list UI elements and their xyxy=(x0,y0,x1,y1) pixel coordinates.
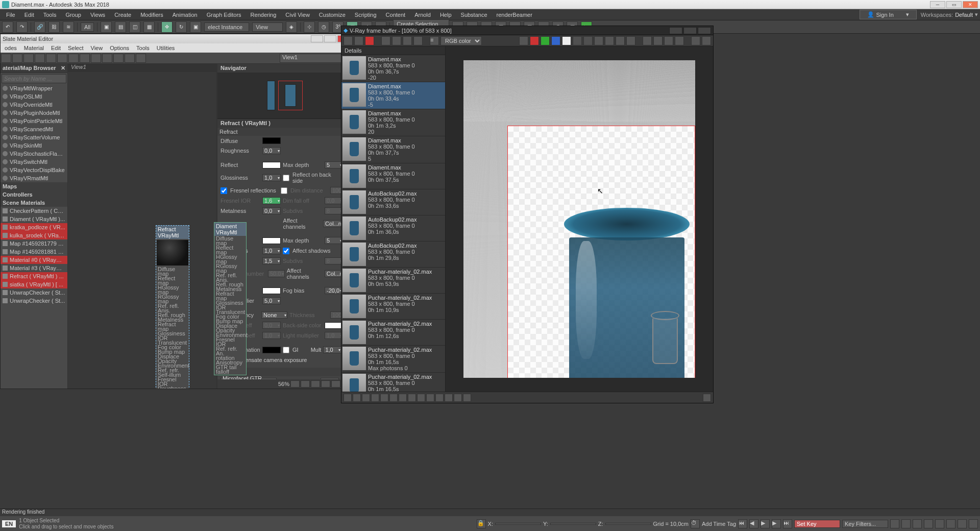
slate-tool-5[interactable] xyxy=(46,54,56,63)
controllers-category[interactable]: Controllers xyxy=(1,190,67,199)
redo-button[interactable]: ↷ xyxy=(16,21,28,33)
scene-material-item[interactable]: Map #1459281881 ( ... xyxy=(1,248,67,256)
vfb-sb-4[interactable] xyxy=(371,394,379,402)
backside-check[interactable] xyxy=(283,175,289,181)
history-item[interactable]: Puchar-materialy_02.max583 x 800, frame … xyxy=(341,373,445,392)
menu-modifiers[interactable]: Modifiers xyxy=(136,11,167,19)
language-indicator[interactable]: EN xyxy=(2,520,16,527)
roughness-spinner[interactable]: 0,0 xyxy=(262,147,281,154)
history-item[interactable]: Diament.max583 x 800, frame 00h 1m 3,2s2… xyxy=(341,109,445,136)
menu-animation[interactable]: Animation xyxy=(168,11,202,19)
history-item[interactable]: Diament.max583 x 800, frame 00h 0m 37,7s… xyxy=(341,136,445,163)
coord-system[interactable]: View xyxy=(252,22,283,32)
node-slot[interactable]: GTR tail falloff xyxy=(216,365,244,374)
rollout-refract[interactable]: Refract xyxy=(217,128,352,136)
undo-button[interactable]: ↶ xyxy=(2,21,13,33)
refract-gloss-spinner[interactable]: 1,0 xyxy=(262,247,281,254)
material-item[interactable]: VRayVectorDisplBake xyxy=(1,166,67,174)
zoom-tool-4[interactable] xyxy=(321,380,330,388)
vfb-stop[interactable] xyxy=(691,36,700,45)
vfb-blue-channel[interactable] xyxy=(551,36,560,45)
minimize-button[interactable]: ─ xyxy=(930,1,945,8)
vfb-sb-5[interactable] xyxy=(380,394,388,402)
slate-tool-1[interactable] xyxy=(1,54,11,63)
vfb-menu-icon[interactable]: ≡ xyxy=(430,36,439,45)
scene-material-item[interactable]: Refract ( VRayMtl ) ... xyxy=(1,272,67,280)
menu-customize[interactable]: Customize xyxy=(315,11,350,19)
play-back-icon[interactable]: ⏮ xyxy=(738,519,747,528)
backcolor-swatch[interactable] xyxy=(325,322,343,329)
key-filters-button[interactable]: Key Filters... xyxy=(842,520,888,528)
vfb-track-icon[interactable] xyxy=(413,36,423,45)
selection-filter[interactable]: All xyxy=(81,22,94,32)
vfb-t10[interactable] xyxy=(616,36,625,45)
vfb-t13[interactable] xyxy=(653,36,663,45)
node-refract[interactable]: RefractVRayMtl Diffuse mapReflect mapHGl… xyxy=(156,225,189,389)
brdf-drop[interactable]: Microfacet GTR (GGX) xyxy=(220,378,277,379)
vfb-region-icon[interactable] xyxy=(403,36,412,45)
menu-substance[interactable]: Substance xyxy=(457,11,492,19)
vfb-sb-13[interactable] xyxy=(454,394,462,402)
nav-tool-6[interactable] xyxy=(946,519,955,528)
lightmult-spinner[interactable]: 1,0 xyxy=(325,332,343,339)
history-item[interactable]: Puchar-materialy_02.max583 x 800, frame … xyxy=(341,320,445,346)
nav-tool-4[interactable] xyxy=(924,519,933,528)
vfb-t11[interactable] xyxy=(626,36,635,45)
slate-tool-11[interactable] xyxy=(113,54,124,63)
material-item[interactable]: VRayScatterVolume xyxy=(1,133,67,141)
node-canvas[interactable]: View1 RefractVRayMtl Diffuse mapReflect … xyxy=(68,64,217,389)
slate-view-tab[interactable]: View1 xyxy=(280,54,351,63)
menu-arnold[interactable]: Arnold xyxy=(410,11,435,19)
vfb-channel-select[interactable]: RGB color xyxy=(440,36,482,45)
affect-shadows-check[interactable] xyxy=(283,248,289,254)
vfb-compare-icon[interactable] xyxy=(392,36,401,45)
fwdbck-spinner[interactable]: 1,0 xyxy=(262,332,281,339)
slate-tool-8[interactable] xyxy=(80,54,90,63)
window-crossing-button[interactable]: ▦ xyxy=(143,21,155,33)
vfb-maximize[interactable] xyxy=(683,27,697,34)
vfb-copy-icon[interactable] xyxy=(381,36,390,45)
history-item[interactable]: AutoBackup02.max583 x 800, frame 00h 1m … xyxy=(341,215,445,242)
abbe-spinner[interactable]: 50,0 xyxy=(268,270,285,277)
gi-check[interactable] xyxy=(283,347,289,353)
menu-tools[interactable]: Tools xyxy=(39,11,61,19)
play-next-icon[interactable]: ▶ xyxy=(772,519,781,528)
browser-search-input[interactable] xyxy=(2,74,66,83)
scene-material-item[interactable]: Material #3 ( VRayMt... xyxy=(1,264,67,272)
vfb-green-channel[interactable] xyxy=(541,36,550,45)
unlink-button[interactable]: ⛓ xyxy=(48,21,60,33)
diffuse-swatch[interactable] xyxy=(262,137,281,144)
select-name-button[interactable]: ▤ xyxy=(115,21,126,33)
select-region-button[interactable]: ◫ xyxy=(129,21,140,33)
material-item[interactable]: VRayPluginNodeMtl xyxy=(1,109,67,117)
navigator-preview[interactable] xyxy=(217,73,352,118)
scene-material-item[interactable]: Material #0 ( VRayM... xyxy=(1,256,67,264)
menu-rendering[interactable]: Rendering xyxy=(247,11,281,19)
vfb-sb-2[interactable] xyxy=(353,394,361,402)
history-item[interactable]: Puchar-materialy_02.max583 x 800, frame … xyxy=(341,294,445,320)
refract-subdivs-spinner[interactable]: 8 xyxy=(325,257,343,264)
slate-tool-9[interactable] xyxy=(91,54,101,63)
move-button[interactable]: ✥ xyxy=(161,21,173,33)
snap-button[interactable]: ⊹ xyxy=(304,21,315,33)
vfb-red-channel[interactable] xyxy=(530,36,539,45)
scene-material-item[interactable]: Map #1459281779 ( ... xyxy=(1,239,67,248)
material-item[interactable]: VRayOSLMtl xyxy=(1,92,67,101)
vfb-sb-10[interactable] xyxy=(426,394,434,402)
vfb-sb-14[interactable] xyxy=(463,394,471,402)
material-item[interactable]: VRayStochasticFlake... xyxy=(1,150,67,158)
menu-graph-editors[interactable]: Graph Editors xyxy=(203,11,246,19)
node-diament[interactable]: DiamentVRayMtl Diffuse mapReflect mapHGl… xyxy=(214,222,247,375)
signin-button[interactable]: 👤Sign In▾ xyxy=(860,10,917,19)
nav-tool-3[interactable] xyxy=(913,519,922,528)
slate-tool-10[interactable] xyxy=(102,54,112,63)
menu-group[interactable]: Group xyxy=(61,11,85,19)
history-item[interactable]: Puchar-materialy_02.max583 x 800, frame … xyxy=(341,268,445,294)
ref-coord[interactable]: elect Instance xyxy=(204,22,249,32)
history-item[interactable]: AutoBackup02.max583 x 800, frame 00h 1m … xyxy=(341,242,445,268)
scene-material-item[interactable]: siatka ( VRayMtl ) [ ... xyxy=(1,280,67,288)
workspace-selector[interactable]: Workspaces: Default ▾ xyxy=(921,11,978,18)
slate-tool-13[interactable] xyxy=(136,54,146,63)
maxdepth-spinner[interactable]: 5 xyxy=(325,161,343,168)
scale-button[interactable]: ▣ xyxy=(190,21,201,33)
